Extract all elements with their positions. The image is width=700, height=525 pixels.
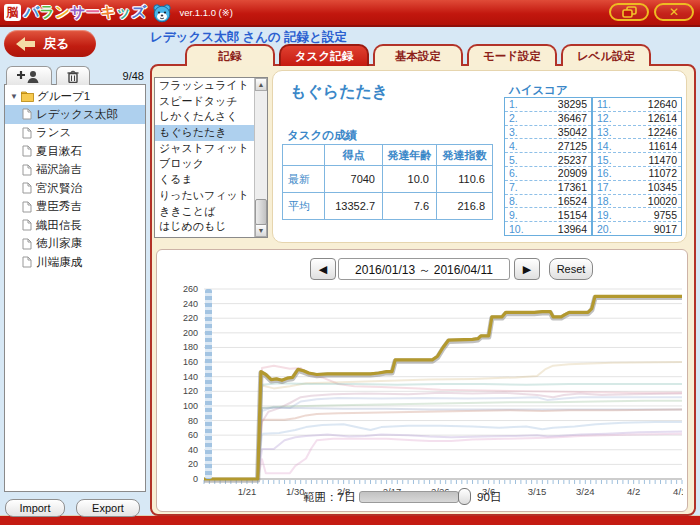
highscore-rank: 9. xyxy=(509,209,518,221)
page-icon xyxy=(22,127,32,139)
back-button[interactable]: 戻る xyxy=(4,30,96,57)
task-item[interactable]: しかくたんさく xyxy=(155,109,254,125)
tab[interactable]: レベル設定 xyxy=(561,44,651,66)
highscore-rank: 16. xyxy=(597,167,612,179)
highscore-row: 3.35042 xyxy=(505,126,591,140)
logo-letter: ズ xyxy=(131,3,146,22)
export-button[interactable]: Export xyxy=(76,499,140,517)
range-slider-track[interactable] xyxy=(359,491,459,503)
detail-panel: もぐらたたき タスクの成績 得点発達年齢発達指数最新704010.0110.6平… xyxy=(272,70,687,243)
highscore-rank: 13. xyxy=(597,126,612,138)
highscore-row: 2.36467 xyxy=(505,112,591,126)
svg-text:1/21: 1/21 xyxy=(238,486,257,496)
user-label: 夏目漱石 xyxy=(36,144,82,159)
highscore-rank: 18. xyxy=(597,195,612,207)
back-label: 戻る xyxy=(43,35,69,53)
date-range-field[interactable]: 2016/01/13 ～ 2016/04/11 xyxy=(338,258,510,280)
user-label: 織田信長 xyxy=(36,218,82,233)
user-label: 福沢諭吉 xyxy=(36,162,82,177)
app-version: ver.1.1.0 (※) xyxy=(180,7,233,18)
user-row[interactable]: 宮沢賢治 xyxy=(5,179,145,198)
highscore-row: 18.10020 xyxy=(593,195,681,209)
trash-icon xyxy=(67,70,79,83)
highscore-row: 6.20909 xyxy=(505,167,591,181)
scroll-thumb[interactable] xyxy=(255,199,267,225)
highscore-rank: 15. xyxy=(597,154,612,166)
tab[interactable]: 基本設定 xyxy=(373,44,463,66)
page-icon xyxy=(22,256,32,268)
highscore-rank: 11. xyxy=(597,98,611,110)
svg-text:260: 260 xyxy=(183,284,198,294)
tab[interactable]: 記録 xyxy=(185,44,275,66)
expander-icon[interactable]: ▼ xyxy=(10,92,18,101)
reset-button[interactable]: Reset xyxy=(549,258,593,280)
task-item[interactable]: くるま xyxy=(155,172,254,188)
range-max-label: 90日 xyxy=(477,490,501,505)
task-scrollbar[interactable]: ▲ ▼ xyxy=(254,78,267,237)
user-label: レデックス太郎 xyxy=(36,107,118,122)
highscore-row: 11.12640 xyxy=(593,98,681,112)
close-button[interactable]: ✕ xyxy=(654,3,694,21)
highscore-rank: 19. xyxy=(597,209,612,221)
page-icon xyxy=(22,164,32,176)
user-label: ランス xyxy=(36,125,71,140)
user-row[interactable]: レデックス太郎 xyxy=(5,105,145,124)
task-item[interactable]: りったいフィット xyxy=(155,188,254,204)
task-item[interactable]: ブロック xyxy=(155,156,254,172)
svg-text:160: 160 xyxy=(183,357,198,367)
user-row[interactable]: 福沢諭吉 xyxy=(5,161,145,180)
task-item[interactable]: もぐらたたき xyxy=(155,125,254,141)
results-heading: タスクの成績 xyxy=(287,128,357,143)
prev-date-button[interactable]: ◀ xyxy=(310,258,336,280)
svg-text:3/15: 3/15 xyxy=(528,486,547,496)
highscore-row: 10.13964 xyxy=(505,222,591,235)
task-item[interactable]: はじめのもじ xyxy=(155,219,254,235)
results-row: 平均13352.77.6216.8 xyxy=(283,193,493,220)
import-button[interactable]: Import xyxy=(5,499,65,517)
results-row: 最新704010.0110.6 xyxy=(283,166,493,193)
restore-button[interactable] xyxy=(609,3,649,21)
folder-icon xyxy=(21,91,34,102)
highscore-table: 1.382952.364673.350424.271255.252376.209… xyxy=(504,97,682,236)
chart-vertical-slider[interactable] xyxy=(205,289,212,479)
tab[interactable]: タスク記録 xyxy=(279,44,369,66)
user-row[interactable]: 徳川家康 xyxy=(5,235,145,254)
task-item[interactable]: ききことば xyxy=(155,204,254,220)
user-row[interactable]: 豊臣秀吉 xyxy=(5,198,145,217)
task-item[interactable]: ジャストフィット xyxy=(155,141,254,157)
highscore-col-right: 11.1264012.1261413.1224614.1161415.11470… xyxy=(593,98,681,235)
highscore-value: 9017 xyxy=(654,223,677,235)
user-row[interactable]: ランス xyxy=(5,124,145,143)
user-row[interactable]: 夏目漱石 xyxy=(5,142,145,161)
next-date-button[interactable]: ▶ xyxy=(514,258,540,280)
task-item[interactable]: フラッシュライト xyxy=(155,78,254,94)
scroll-down-button[interactable]: ▼ xyxy=(255,224,267,237)
highscore-value: 12640 xyxy=(648,98,677,110)
highscore-rank: 12. xyxy=(597,112,612,124)
page-icon xyxy=(22,201,32,213)
logo-letter: サ xyxy=(70,3,85,22)
highscore-value: 17361 xyxy=(558,181,587,193)
tab[interactable]: モード設定 xyxy=(467,44,557,66)
highscore-rank: 20. xyxy=(597,223,612,235)
highscore-row: 9.15154 xyxy=(505,208,591,222)
highscore-value: 12246 xyxy=(648,126,677,138)
add-user-button[interactable] xyxy=(6,66,52,85)
scroll-up-button[interactable]: ▲ xyxy=(255,78,267,91)
app-window: 脳 バランサーキッズ ver.1.1.0 (※) xyxy=(0,0,700,525)
user-row[interactable]: 川端康成 xyxy=(5,253,145,272)
highscore-value: 27125 xyxy=(558,140,587,152)
svg-text:1/30: 1/30 xyxy=(286,486,305,496)
highscore-rank: 5. xyxy=(509,154,518,166)
task-item[interactable]: スピードタッチ xyxy=(155,94,254,110)
highscore-row: 13.12246 xyxy=(593,126,681,140)
range-slider-thumb[interactable] xyxy=(458,488,471,505)
highscore-value: 11470 xyxy=(649,154,677,166)
group-row[interactable]: ▼ グループ1 xyxy=(5,88,145,105)
user-row[interactable]: 織田信長 xyxy=(5,216,145,235)
highscore-row: 8.16524 xyxy=(505,195,591,209)
highscore-value: 11072 xyxy=(649,167,677,179)
delete-user-button[interactable] xyxy=(56,66,90,85)
highscore-rank: 3. xyxy=(509,126,518,138)
highscore-row: 20.9017 xyxy=(593,222,681,235)
